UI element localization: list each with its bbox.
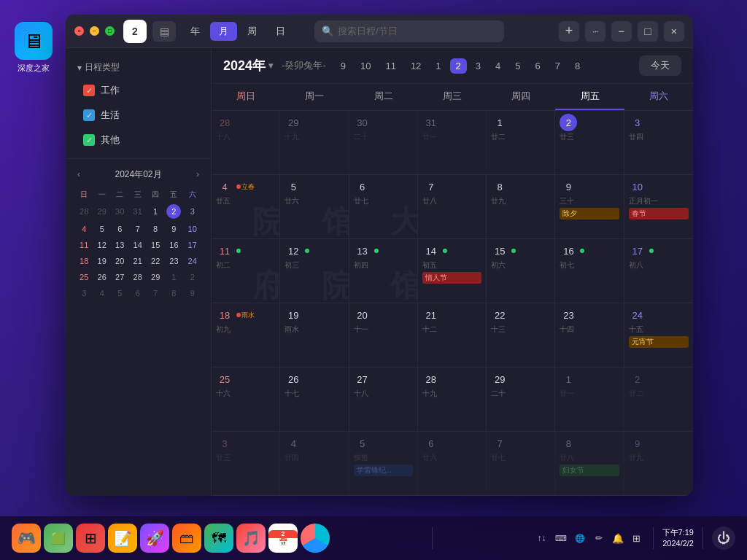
cal-cell[interactable]: 6廿六: [418, 432, 487, 495]
view-week-button[interactable]: 周: [239, 22, 266, 41]
close-button[interactable]: ×: [74, 26, 84, 36]
cal-cell[interactable]: 府11初二: [212, 239, 280, 303]
month-tab-4[interactable]: 4: [489, 58, 506, 74]
cal-cell[interactable]: 7廿七: [487, 432, 555, 495]
cal-cell[interactable]: 28十九: [418, 368, 487, 431]
search-bar[interactable]: 🔍 搜索日程/节日: [314, 20, 504, 42]
cal-cell[interactable]: 30二十: [349, 111, 418, 174]
month-tab-6[interactable]: 6: [530, 58, 546, 74]
taskbar-browser-icon[interactable]: 🚀: [140, 524, 169, 553]
cal-cell[interactable]: 10正月初一春节: [624, 175, 693, 238]
mini-cal-day[interactable]: 26: [93, 270, 109, 284]
keyboard-icon[interactable]: ⌨: [554, 531, 568, 545]
view-month-button[interactable]: 月: [210, 22, 237, 41]
cal-cell[interactable]: 馆5廿六: [280, 175, 349, 238]
mini-cal-day[interactable]: 8: [165, 286, 182, 300]
mini-cal-day[interactable]: 28: [129, 270, 145, 284]
notification-icon[interactable]: 🔔: [611, 531, 625, 545]
today-button[interactable]: 今天: [639, 55, 681, 76]
taskbar-store-icon[interactable]: 🗃: [172, 524, 201, 553]
mini-cal-day[interactable]: 24: [184, 254, 201, 268]
mini-cal-day[interactable]: 19: [93, 254, 109, 268]
work-checkbox[interactable]: ✓: [83, 85, 95, 96]
cal-cell[interactable]: 3廿三: [212, 432, 280, 495]
taskbar-notes-icon[interactable]: 📝: [108, 524, 137, 553]
mini-cal-day[interactable]: 29: [147, 270, 163, 284]
mini-cal-day[interactable]: 1: [165, 270, 182, 284]
other-checkbox[interactable]: ✓: [83, 134, 95, 146]
mini-cal-day[interactable]: 28: [76, 203, 92, 220]
mini-cal-day[interactable]: 4: [93, 286, 109, 300]
mini-cal-day[interactable]: 9: [165, 222, 182, 236]
mini-cal-day[interactable]: 7: [129, 222, 145, 236]
cal-cell[interactable]: 8廿九: [487, 175, 555, 238]
month-tab-11[interactable]: 11: [379, 58, 401, 74]
cal-cell[interactable]: 8廿八妇女节: [555, 432, 624, 495]
taskbar-dde-icon[interactable]: 🟩: [44, 524, 73, 553]
window-minimize-button[interactable]: −: [611, 21, 632, 42]
more-button[interactable]: ···: [585, 21, 605, 42]
mini-cal-day[interactable]: 3: [76, 286, 92, 300]
cal-cell[interactable]: 31廿一: [418, 111, 487, 174]
month-tab-7[interactable]: 7: [549, 58, 566, 74]
mini-cal-prev[interactable]: ‹: [74, 168, 83, 181]
mini-cal-day[interactable]: 25: [76, 270, 92, 284]
year-selector[interactable]: 2024年 ▾: [223, 57, 273, 74]
mini-cal-day[interactable]: 5: [93, 222, 109, 236]
mini-cal-day[interactable]: 9: [184, 286, 201, 300]
month-tab-2[interactable]: 2: [450, 58, 467, 74]
cal-cell[interactable]: 院4立春廿五: [212, 175, 280, 238]
month-tab-10[interactable]: 10: [355, 58, 376, 74]
pen-icon[interactable]: ✏: [592, 531, 606, 545]
cal-cell[interactable]: 16初七: [555, 239, 624, 303]
mini-cal-day[interactable]: 16: [165, 238, 182, 252]
mini-cal-day[interactable]: 2: [184, 270, 201, 284]
cal-cell[interactable]: 29二十: [487, 368, 555, 431]
add-event-button[interactable]: +: [559, 21, 579, 42]
cal-cell[interactable]: 大6廿七: [349, 175, 418, 238]
mini-cal-day[interactable]: 11: [76, 238, 92, 252]
cal-cell[interactable]: 26十七: [280, 368, 349, 431]
mini-cal-day[interactable]: 2: [165, 203, 182, 220]
cal-cell[interactable]: 27十八: [349, 368, 418, 431]
mini-cal-day[interactable]: 29: [93, 203, 109, 220]
cal-cell[interactable]: 院12初三: [280, 239, 349, 303]
taskbar-edge-icon[interactable]: [301, 524, 330, 553]
cal-cell[interactable]: 17初八: [624, 239, 693, 303]
mini-cal-day[interactable]: 21: [129, 254, 145, 268]
cal-cell[interactable]: 14初五情人节: [418, 239, 487, 303]
mini-cal-day[interactable]: 3: [184, 203, 201, 220]
cal-cell[interactable]: 7廿八: [418, 175, 487, 238]
mini-cal-day[interactable]: 8: [147, 222, 163, 236]
mini-cal-day[interactable]: 7: [147, 286, 163, 300]
category-other[interactable]: ✓ 其他: [66, 128, 211, 152]
month-tab-8[interactable]: 8: [569, 58, 586, 74]
window-close-button[interactable]: ×: [664, 21, 684, 42]
mini-cal-day[interactable]: 18: [76, 254, 92, 268]
cal-cell[interactable]: 29十九: [280, 111, 349, 174]
mini-cal-day[interactable]: 17: [184, 238, 201, 252]
mini-cal-day[interactable]: 15: [147, 238, 163, 252]
cal-cell[interactable]: 9廿九: [624, 432, 693, 495]
cal-cell[interactable]: 4廿四: [280, 432, 349, 495]
minimize-button[interactable]: −: [90, 26, 99, 36]
cal-cell[interactable]: 5惊蛰学雷锋纪...: [349, 432, 418, 495]
category-life[interactable]: ✓ 生活: [66, 103, 211, 128]
view-year-button[interactable]: 年: [182, 22, 209, 41]
cal-cell[interactable]: 1廿一: [555, 368, 624, 431]
cal-cell[interactable]: 22十三: [487, 303, 555, 367]
taskbar-game-icon[interactable]: 🎮: [12, 524, 41, 553]
cal-cell[interactable]: 2廿二: [624, 368, 693, 431]
mini-cal-day[interactable]: 1: [147, 203, 163, 220]
cal-cell[interactable]: 1廿二: [487, 111, 555, 174]
cal-cell[interactable]: 馆13初四: [349, 239, 418, 303]
month-tab-3[interactable]: 3: [470, 58, 487, 74]
mini-cal-day[interactable]: 6: [112, 222, 128, 236]
mini-cal-day[interactable]: 4: [76, 222, 92, 236]
cal-cell[interactable]: 15初六: [487, 239, 555, 303]
mini-cal-day[interactable]: 30: [112, 203, 128, 220]
cal-cell[interactable]: 28十八: [212, 111, 280, 174]
mini-cal-day[interactable]: 13: [112, 238, 128, 252]
mini-cal-day[interactable]: 5: [112, 286, 128, 300]
taskbar-calendar-icon[interactable]: 2 📅: [268, 524, 298, 553]
